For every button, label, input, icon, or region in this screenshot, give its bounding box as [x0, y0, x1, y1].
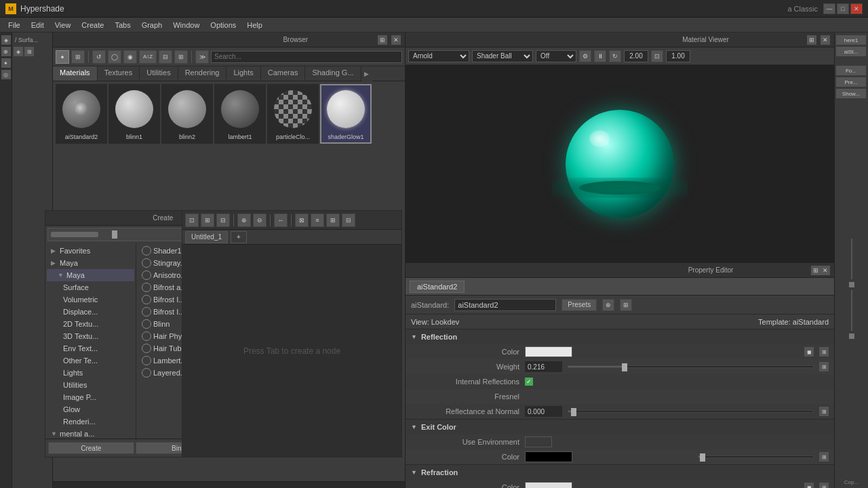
menu-tabs[interactable]: Tabs	[109, 20, 136, 30]
reflectance-btn[interactable]: ⊞	[819, 407, 829, 416]
tab-materials[interactable]: Materials	[53, 66, 98, 81]
viewer-settings-btn[interactable]: ⚙	[579, 50, 591, 62]
tree-lights[interactable]: Lights	[47, 367, 134, 379]
tree-utilities[interactable]: Utilities	[47, 379, 134, 391]
node-tab-untitled[interactable]: Untitled_1	[185, 231, 228, 243]
refraction-header[interactable]: ▼ Refraction	[406, 465, 834, 480]
menu-options[interactable]: Options	[205, 20, 241, 30]
create-slider[interactable]	[51, 232, 98, 237]
node-tb-2[interactable]: ⊞	[201, 214, 214, 227]
tab-nav-btn[interactable]: ▶	[361, 66, 372, 81]
exit-color-header[interactable]: ▼ Exit Color	[406, 420, 834, 434]
menu-window[interactable]: Window	[167, 20, 205, 30]
menu-file[interactable]: File	[3, 20, 26, 30]
far-right-item-2[interactable]: aiSt...	[836, 47, 866, 56]
tab-rendering[interactable]: Rendering	[178, 66, 227, 81]
tree-3d-tex[interactable]: 3D Textu...	[47, 330, 134, 342]
internal-refl-checkbox[interactable]: ✓	[525, 378, 533, 386]
create-button[interactable]: Create	[48, 442, 134, 454]
node-tb-10[interactable]: ⊟	[342, 214, 355, 227]
node-tb-1[interactable]: ⊡	[185, 214, 199, 227]
node-tb-4[interactable]: ⊕	[237, 214, 251, 227]
browser-expand-btn[interactable]: ⊞	[378, 35, 387, 45]
left-icon-1[interactable]: ◈	[1, 35, 11, 45]
circle2-btn[interactable]: ◉	[123, 50, 137, 64]
node-tab-add[interactable]: +	[231, 231, 247, 243]
tree-env-tex[interactable]: Env Text...	[47, 342, 134, 354]
refr-color-swatch[interactable]	[525, 482, 572, 488]
grid-btn[interactable]: ⊟	[159, 50, 172, 64]
tree-volumetric[interactable]: Volumetric	[47, 293, 134, 306]
tree-image-p[interactable]: Image P...	[47, 391, 134, 403]
renderer-select[interactable]: Arnold	[408, 50, 469, 62]
refl-color-btn2[interactable]: ⊞	[819, 347, 829, 357]
tree-surface[interactable]: Surface	[47, 281, 134, 293]
node-tb-5[interactable]: ⊖	[253, 214, 267, 227]
right-slider-thumb-1[interactable]	[849, 282, 854, 287]
az-btn[interactable]: A↕Z	[139, 50, 157, 64]
menu-graph[interactable]: Graph	[136, 20, 168, 30]
left-icon-2[interactable]: ⊕	[1, 47, 11, 56]
refl-color-btn1[interactable]: ◼	[804, 347, 814, 357]
tree-glow[interactable]: Glow	[47, 403, 134, 415]
prop-icon-1[interactable]: ⊕	[602, 299, 614, 311]
far-right-item-4[interactable]: Pre...	[836, 77, 866, 87]
menu-create[interactable]: Create	[76, 20, 109, 30]
grid-view-btn[interactable]: ⊞	[71, 50, 85, 64]
left-icon-4[interactable]: ◎	[1, 70, 11, 79]
viewer-resize-btn[interactable]: ⊡	[651, 50, 663, 62]
viewer-refresh-btn[interactable]: ↻	[609, 50, 621, 62]
tree-displace[interactable]: Displace...	[47, 306, 134, 318]
light-mode-select[interactable]: Off	[536, 50, 576, 62]
material-lambert1[interactable]: lambert1	[214, 84, 266, 144]
icon-btn[interactable]: ⊞	[174, 50, 188, 64]
minimize-button[interactable]: —	[823, 3, 835, 14]
far-right-item-1[interactable]: here1	[836, 35, 866, 45]
more-btn[interactable]: ≫	[195, 50, 209, 64]
create-slider-thumb[interactable]	[112, 230, 117, 239]
menu-edit[interactable]: Edit	[26, 20, 50, 30]
viewer-close-btn[interactable]: ✕	[821, 35, 830, 45]
menu-help[interactable]: Help	[241, 20, 268, 30]
prop-close-btn[interactable]: ✕	[821, 266, 830, 275]
circle-btn[interactable]: ◯	[108, 50, 121, 64]
browser-close-btn[interactable]: ✕	[391, 35, 401, 45]
refl-weight-slider[interactable]	[568, 365, 814, 368]
view-mode-select[interactable]: Shader Ball	[472, 50, 533, 62]
exit-color-swatch[interactable]	[525, 451, 572, 462]
tree-renderi[interactable]: Renderi...	[47, 415, 134, 428]
node-tb-6[interactable]: ↔	[274, 214, 288, 227]
node-name-input[interactable]	[454, 299, 556, 311]
material-shaderglow1[interactable]: shaderGlow1	[320, 84, 372, 144]
refr-color-btn2[interactable]: ⊞	[819, 483, 829, 488]
close-button[interactable]: ✕	[850, 3, 863, 14]
far-right-item-3[interactable]: Fo...	[836, 66, 866, 75]
refl-color-swatch[interactable]	[525, 346, 572, 357]
refl-weight-btn[interactable]: ⊞	[819, 362, 829, 371]
tree-2d-tex[interactable]: 2D Textu...	[47, 318, 134, 330]
far-right-item-5[interactable]: Show...	[836, 89, 866, 98]
node-tb-9[interactable]: ⊞	[326, 214, 340, 227]
exit-color-slider[interactable]	[698, 455, 814, 458]
refr-color-btn1[interactable]: ◼	[804, 483, 814, 488]
node-tb-7[interactable]: ⊠	[295, 214, 309, 227]
tab-shading-g[interactable]: Shading G...	[305, 66, 361, 81]
tree-favorites[interactable]: ▶ Favorites	[47, 245, 134, 257]
tree-maya-1[interactable]: ▶ Maya	[47, 257, 134, 269]
viewer-pause-btn[interactable]: ⏸	[594, 50, 606, 62]
right-slider-2[interactable]	[851, 290, 852, 331]
menu-view[interactable]: View	[50, 20, 77, 30]
refresh-btn[interactable]: ↺	[92, 50, 106, 64]
node-name-tab[interactable]: aiStandard2	[410, 281, 465, 293]
prop-expand-btn[interactable]: ⊞	[811, 266, 821, 275]
node-tb-8[interactable]: ≡	[311, 214, 324, 227]
search-input[interactable]	[211, 51, 402, 63]
use-env-swatch[interactable]	[525, 436, 552, 447]
material-blinn2[interactable]: blinn2	[161, 84, 213, 144]
tree-mental-a[interactable]: ▼ mental a...	[47, 428, 134, 439]
browser-scrollbar[interactable]	[53, 481, 405, 488]
material-particleclo[interactable]: particleClo...	[267, 84, 319, 144]
tab-textures[interactable]: Textures	[98, 66, 140, 81]
left-icon-3[interactable]: ✦	[1, 58, 11, 68]
right-slider-1[interactable]	[851, 239, 852, 279]
